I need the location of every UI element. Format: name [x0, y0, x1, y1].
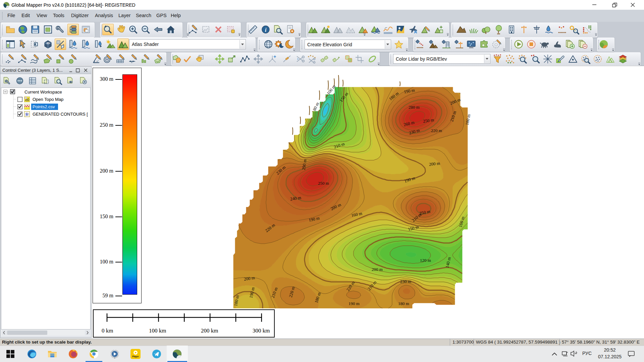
- svg-text:X°: X°: [96, 60, 99, 63]
- svg-text:Player: Player: [132, 355, 139, 358]
- svg-text:3D: 3D: [46, 42, 50, 45]
- svg-text:i: i: [265, 27, 267, 33]
